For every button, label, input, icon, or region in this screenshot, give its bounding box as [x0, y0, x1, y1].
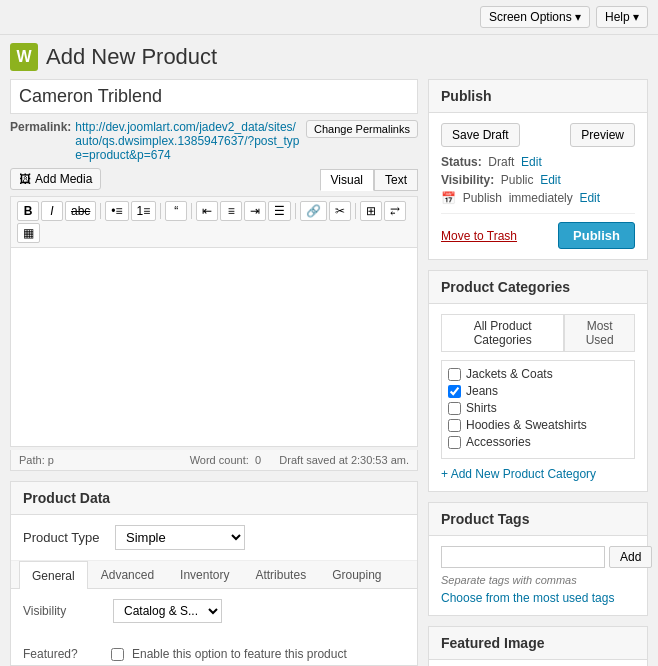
blockquote-button[interactable]: “	[165, 201, 187, 221]
publish-timing-value: immediately	[509, 191, 573, 205]
cat-tab-all[interactable]: All Product Categories	[441, 314, 564, 351]
permalink-url: http://dev.joomlart.com/jadev2_data/site…	[75, 120, 302, 162]
toolbar-sep-3	[191, 203, 192, 219]
product-type-select[interactable]: Simple Variable Grouped External/Affilia…	[115, 525, 245, 550]
page-title: Add New Product	[46, 44, 217, 70]
category-label-shirts: Shirts	[466, 401, 497, 415]
publish-status-row: Status: Draft Edit	[441, 155, 635, 169]
tab-text[interactable]: Text	[374, 169, 418, 191]
tags-add-button[interactable]: Add	[609, 546, 652, 568]
list-item: Jeans	[448, 384, 628, 398]
toolbar-sep-5	[355, 203, 356, 219]
tab-visual[interactable]: Visual	[320, 169, 374, 191]
tags-title: Product Tags	[429, 503, 647, 536]
italic-button[interactable]: I	[41, 201, 63, 221]
featured-image-title: Featured Image	[429, 627, 647, 660]
tags-box: Product Tags Add Separate tags with comm…	[428, 502, 648, 616]
align-right-button[interactable]: ⇥	[244, 201, 266, 221]
move-to-trash-link[interactable]: Move to Trash	[441, 229, 517, 243]
tab-inventory[interactable]: Inventory	[167, 561, 242, 588]
calendar-icon: 📅	[441, 191, 456, 205]
featured-image-box: Featured Image Set featured image	[428, 626, 648, 666]
featured-label-text: Enable this option to feature this produ…	[132, 647, 347, 661]
status-edit-link[interactable]: Edit	[521, 155, 542, 169]
vis-label: Visibility:	[441, 173, 494, 187]
category-checkbox-hoodies[interactable]	[448, 419, 461, 432]
publish-box-title: Publish	[429, 80, 647, 113]
page-header: W Add New Product	[0, 35, 658, 79]
tab-general[interactable]: General	[19, 561, 88, 589]
align-center-button[interactable]: ≡	[220, 201, 242, 221]
cat-tab-most-used[interactable]: Most Used	[564, 314, 635, 351]
category-label-jackets: Jackets & Coats	[466, 367, 553, 381]
vis-edit-link[interactable]: Edit	[540, 173, 561, 187]
category-label-hoodies: Hoodies & Sweatshirts	[466, 418, 587, 432]
category-checkbox-jackets[interactable]	[448, 368, 461, 381]
add-media-button[interactable]: 🖼 Add Media	[10, 168, 101, 190]
categories-list: Jackets & Coats Jeans Shirts Hoodies & S…	[441, 360, 635, 459]
align-left-button[interactable]: ⇤	[196, 201, 218, 221]
table-button[interactable]: ▦	[17, 223, 40, 243]
categories-box: Product Categories All Product Categorie…	[428, 270, 648, 492]
list-item: Shirts	[448, 401, 628, 415]
change-permalinks-button[interactable]: Change Permalinks	[306, 120, 418, 138]
app-icon: W	[10, 43, 38, 71]
permalink-row: Permalink: http://dev.joomlart.com/jadev…	[10, 120, 418, 162]
product-data-tabs: General Advanced Inventory Attributes Gr…	[11, 561, 417, 589]
strikethrough-button[interactable]: abc	[65, 201, 96, 221]
publish-footer: Move to Trash Publish	[441, 213, 635, 249]
add-category-link[interactable]: + Add New Product Category	[441, 467, 635, 481]
category-label-jeans: Jeans	[466, 384, 498, 398]
link-button[interactable]: 🔗	[300, 201, 327, 221]
product-data-box: Product Data Product Type Simple Variabl…	[10, 481, 418, 666]
tags-input-row: Add	[441, 546, 635, 568]
featured-field-label: Featured?	[23, 647, 103, 661]
publish-button[interactable]: Publish	[558, 222, 635, 249]
category-checkbox-accessories[interactable]	[448, 436, 461, 449]
categories-content: All Product Categories Most Used Jackets…	[429, 304, 647, 491]
tags-most-used-link[interactable]: Choose from the most used tags	[441, 591, 614, 605]
editor-toolbar: B I abc •≡ 1≡ “ ⇤ ≡ ⇥ ☰ 🔗 ✂ ⊞ ⥂ ▦	[10, 196, 418, 247]
align-justify-button[interactable]: ☰	[268, 201, 291, 221]
fullscreen-button[interactable]: ⥂	[384, 201, 406, 221]
ol-button[interactable]: 1≡	[131, 201, 157, 221]
toolbar-sep-4	[295, 203, 296, 219]
preview-button[interactable]: Preview	[570, 123, 635, 147]
category-label-accessories: Accessories	[466, 435, 531, 449]
save-draft-button[interactable]: Save Draft	[441, 123, 520, 147]
help-button[interactable]: Help ▾	[596, 6, 648, 28]
product-type-label: Product Type	[23, 530, 103, 545]
insert-button[interactable]: ⊞	[360, 201, 382, 221]
tab-grouping[interactable]: Grouping	[319, 561, 394, 588]
top-bar: Screen Options ▾ Help ▾	[0, 0, 658, 35]
publish-timing-label: Publish	[463, 191, 502, 205]
featured-row: Featured? Enable this option to feature …	[11, 643, 417, 665]
ul-button[interactable]: •≡	[105, 201, 128, 221]
main-layout: Permalink: http://dev.joomlart.com/jadev…	[0, 79, 658, 666]
bold-button[interactable]: B	[17, 201, 39, 221]
tab-advanced[interactable]: Advanced	[88, 561, 167, 588]
media-icon: 🖼	[19, 172, 31, 186]
publish-timing-row: 📅 Publish immediately Edit	[441, 191, 635, 205]
featured-checkbox[interactable]	[111, 648, 124, 661]
publish-timing-edit-link[interactable]: Edit	[579, 191, 600, 205]
left-panel: Permalink: http://dev.joomlart.com/jadev…	[10, 79, 418, 666]
list-item: Jackets & Coats	[448, 367, 628, 381]
visibility-status-row: Visibility: Public Edit	[441, 173, 635, 187]
tab-attributes[interactable]: Attributes	[242, 561, 319, 588]
vis-value: Public	[501, 173, 534, 187]
visibility-select-wrap: Catalog & S... Catalog Search Hidden	[113, 599, 222, 623]
product-title-input[interactable]	[10, 79, 418, 114]
category-checkbox-jeans[interactable]	[448, 385, 461, 398]
publish-actions: Save Draft Preview	[441, 123, 635, 147]
unlink-button[interactable]: ✂	[329, 201, 351, 221]
visibility-label: Visibility	[23, 604, 103, 618]
product-type-row: Product Type Simple Variable Grouped Ext…	[11, 515, 417, 561]
tags-input[interactable]	[441, 546, 605, 568]
screen-options-button[interactable]: Screen Options ▾	[480, 6, 590, 28]
category-checkbox-shirts[interactable]	[448, 402, 461, 415]
visibility-select[interactable]: Catalog & S... Catalog Search Hidden	[113, 599, 222, 623]
editor-textarea[interactable]	[10, 247, 418, 447]
status-label: Status:	[441, 155, 482, 169]
visibility-row: Visibility Catalog & S... Catalog Search…	[23, 599, 405, 623]
